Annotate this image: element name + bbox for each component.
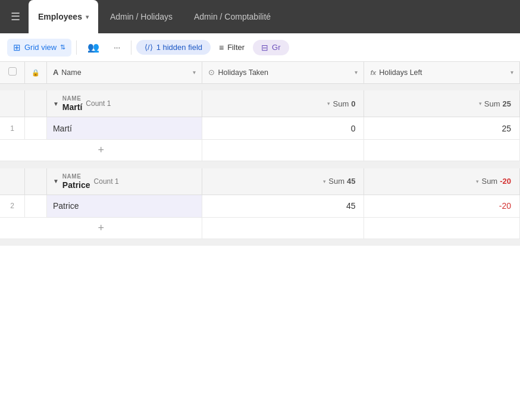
- col-header-holidays-taken[interactable]: ⊙ Holidays Taken ▾: [202, 62, 364, 83]
- hamburger-icon: ☰: [11, 10, 20, 23]
- more-button[interactable]: ···: [108, 39, 126, 55]
- grid-view-button[interactable]: ⊞ Grid view ⇅: [7, 39, 71, 57]
- sum-dropdown-icon-left-patrice[interactable]: ▾: [476, 178, 479, 184]
- add-row-button-patrice[interactable]: +: [0, 218, 202, 239]
- toolbar: ⊞ Grid view ⇅ 👥 ··· ⟨/⟩ 1 hidden field ≡…: [0, 33, 520, 62]
- hidden-field-label: 1 hidden field: [156, 43, 202, 52]
- holidays-taken-dropdown-icon[interactable]: ▾: [355, 69, 358, 76]
- add-row-cell-patrice[interactable]: +: [0, 217, 202, 239]
- holidays-taken-col-label: Holidays Taken: [218, 68, 268, 77]
- sum-dropdown-icon-patrice-taken[interactable]: ▾: [323, 178, 326, 184]
- group-check-patrice: [0, 168, 25, 195]
- sum-value-marti-taken: 0: [351, 99, 355, 108]
- row-holidays-taken-patrice[interactable]: 45: [202, 195, 364, 217]
- group-lock-marti: [25, 90, 47, 117]
- add-row-marti: +: [0, 140, 520, 161]
- toolbar-separator-1: [76, 40, 77, 55]
- row-holidays-left-marti[interactable]: 25: [364, 117, 520, 140]
- group-row-patrice: ▼ NAME Patrice Count 1 ▾ Sum 4: [0, 168, 520, 195]
- people-button[interactable]: 👥: [82, 38, 105, 57]
- tab-admin-comptabilite-label: Admin / Comptabilité: [194, 12, 271, 21]
- row-num-patrice: 2: [0, 195, 25, 217]
- people-icon: 👥: [87, 42, 99, 53]
- group-row-marti: ▼ NAME Martí Count 1 ▾ Sum 0: [0, 90, 520, 117]
- filter-label: Filter: [227, 43, 245, 52]
- hamburger-button[interactable]: ☰: [5, 6, 26, 27]
- row-name-text-marti: Martí: [53, 124, 72, 133]
- row-lock-marti: [25, 117, 47, 140]
- sum-label-patrice-taken: Sum: [328, 177, 344, 186]
- group-check-marti: [0, 90, 25, 117]
- row-num-marti: 1: [0, 117, 25, 140]
- add-row-empty-2-patrice: [364, 217, 520, 239]
- sum-value-patrice-left: -20: [500, 177, 511, 186]
- tab-admin-comptabilite[interactable]: Admin / Comptabilité: [184, 0, 280, 33]
- main-table: 🔒 A Name ▾ ⊙ Holidays Taken ▾: [0, 62, 520, 246]
- select-all-checkbox[interactable]: [8, 67, 17, 76]
- group-count-marti: Count 1: [86, 99, 111, 108]
- group-icon: ⊟: [261, 43, 268, 52]
- row-name-text-patrice: Patrice: [53, 201, 79, 211]
- group-sum-holidays-taken-patrice: ▾ Sum 45: [202, 168, 364, 195]
- group-name-label-patrice: NAME: [62, 173, 90, 180]
- toolbar-separator-2: [131, 40, 131, 55]
- col-header-holidays-left[interactable]: fx Holidays Left ▾: [364, 62, 520, 83]
- filter-button[interactable]: ≡ Filter: [213, 39, 250, 56]
- col-header-check[interactable]: [0, 62, 25, 83]
- group-name-value-marti: Martí: [62, 102, 82, 112]
- row-holidays-taken-marti[interactable]: 0: [202, 117, 364, 140]
- group-name-value-patrice: Patrice: [62, 180, 90, 190]
- group-sum-holidays-left-patrice: ▾ Sum -20: [364, 168, 520, 195]
- grid-view-label: Grid view: [24, 43, 57, 52]
- tab-employees-dropdown-icon: ▾: [86, 14, 89, 20]
- holidays-left-dropdown-icon[interactable]: ▾: [510, 69, 513, 76]
- name-col-label: Name: [61, 68, 81, 77]
- data-row-marti: 1 Martí 0 25: [0, 117, 520, 140]
- group-header-marti[interactable]: ▼ NAME Martí Count 1: [46, 90, 202, 117]
- add-row-cell-marti[interactable]: +: [0, 140, 202, 161]
- tab-admin-holidays-label: Admin / Holidays: [110, 12, 173, 21]
- group-count-patrice: Count 1: [94, 177, 119, 186]
- group-spacer-before-marti: [0, 83, 520, 90]
- column-header-row: 🔒 A Name ▾ ⊙ Holidays Taken ▾: [0, 62, 520, 83]
- row-holidays-left-patrice[interactable]: -20: [364, 195, 520, 217]
- holidays-taken-icon: ⊙: [208, 68, 215, 77]
- add-row-patrice: +: [0, 217, 520, 239]
- sum-dropdown-icon[interactable]: ▾: [327, 101, 330, 106]
- col-header-name[interactable]: A Name ▾: [46, 62, 202, 83]
- tab-employees-label: Employees: [38, 12, 82, 21]
- group-button[interactable]: ⊟ Gr: [253, 40, 289, 55]
- sum-label-marti-left: Sum: [484, 99, 500, 108]
- sum-label-marti-taken: Sum: [333, 99, 349, 108]
- table-container: 🔒 A Name ▾ ⊙ Holidays Taken ▾: [0, 62, 520, 420]
- group-toggle-patrice[interactable]: ▼: [53, 178, 59, 184]
- filter-icon: ≡: [219, 43, 224, 52]
- add-row-empty-2-marti: [364, 140, 520, 161]
- add-row-empty-1-marti: [202, 140, 364, 161]
- group-sum-holidays-taken-marti: ▾ Sum 0: [202, 90, 364, 117]
- group-spacer-bottom: [0, 239, 520, 246]
- group-header-patrice[interactable]: ▼ NAME Patrice Count 1: [46, 168, 202, 195]
- hidden-field-button[interactable]: ⟨/⟩ 1 hidden field: [136, 40, 211, 55]
- data-row-patrice: 2 Patrice 45 -20: [0, 195, 520, 217]
- lock-icon: 🔒: [32, 69, 40, 76]
- tab-employees[interactable]: Employees ▾: [29, 0, 98, 33]
- sum-value-patrice-taken: 45: [347, 177, 355, 186]
- more-icon: ···: [114, 43, 120, 52]
- row-name-patrice[interactable]: Patrice: [46, 195, 202, 217]
- grid-view-dropdown-icon: ⇅: [60, 43, 65, 51]
- group-spacer-before-patrice: [0, 161, 520, 168]
- group-name-label-marti: NAME: [62, 95, 82, 102]
- add-row-button-marti[interactable]: +: [0, 140, 202, 161]
- name-col-dropdown-icon[interactable]: ▾: [193, 69, 196, 76]
- tab-admin-holidays[interactable]: Admin / Holidays: [101, 0, 182, 33]
- top-bar: ☰ Employees ▾ Admin / Holidays Admin / C…: [0, 0, 520, 33]
- sum-label-patrice-left: Sum: [481, 177, 497, 186]
- holidays-left-icon: fx: [370, 69, 376, 76]
- group-label: Gr: [272, 43, 280, 52]
- group-toggle-marti[interactable]: ▼: [53, 101, 59, 107]
- row-name-marti[interactable]: Martí: [46, 117, 202, 140]
- sum-dropdown-icon-left-marti[interactable]: ▾: [479, 101, 482, 106]
- code-icon: ⟨/⟩: [145, 43, 153, 52]
- grid-view-icon: ⊞: [13, 42, 21, 53]
